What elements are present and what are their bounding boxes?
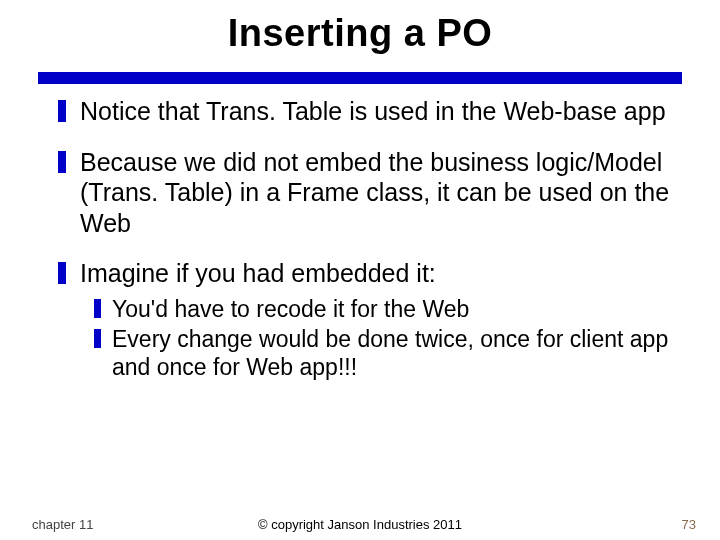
bullet-icon xyxy=(58,262,66,284)
chapter-label: chapter 11 xyxy=(32,517,93,532)
bullet-icon xyxy=(58,100,66,122)
sub-bullet-text: You'd have to recode it for the Web xyxy=(112,296,469,322)
bullet-list: Notice that Trans. Table is used in the … xyxy=(58,96,680,381)
title-underline xyxy=(38,72,682,84)
bullet-text: Imagine if you had embedded it: xyxy=(80,259,436,287)
bullet-text: Because we did not embed the business lo… xyxy=(80,148,669,237)
list-item: Because we did not embed the business lo… xyxy=(58,147,680,239)
list-item: Every change would be done twice, once f… xyxy=(94,325,680,381)
list-item: Imagine if you had embedded it: You'd ha… xyxy=(58,258,680,381)
list-item: Notice that Trans. Table is used in the … xyxy=(58,96,680,127)
sub-bullet-text: Every change would be done twice, once f… xyxy=(112,326,668,380)
bullet-text: Notice that Trans. Table is used in the … xyxy=(80,97,666,125)
list-item: You'd have to recode it for the Web xyxy=(94,295,680,323)
slide-title: Inserting a PO xyxy=(228,12,493,55)
slide: Inserting a PO Notice that Trans. Table … xyxy=(0,0,720,540)
bullet-icon xyxy=(58,151,66,173)
copyright-label: © copyright Janson Industries 2011 xyxy=(0,517,720,532)
bullet-icon xyxy=(94,329,101,348)
content-area: Notice that Trans. Table is used in the … xyxy=(58,96,680,401)
bullet-icon xyxy=(94,299,101,318)
sub-bullet-list: You'd have to recode it for the Web Ever… xyxy=(94,295,680,381)
footer: chapter 11 © copyright Janson Industries… xyxy=(0,517,720,532)
title-wrap: Inserting a PO xyxy=(0,0,720,55)
page-number: 73 xyxy=(682,517,696,532)
